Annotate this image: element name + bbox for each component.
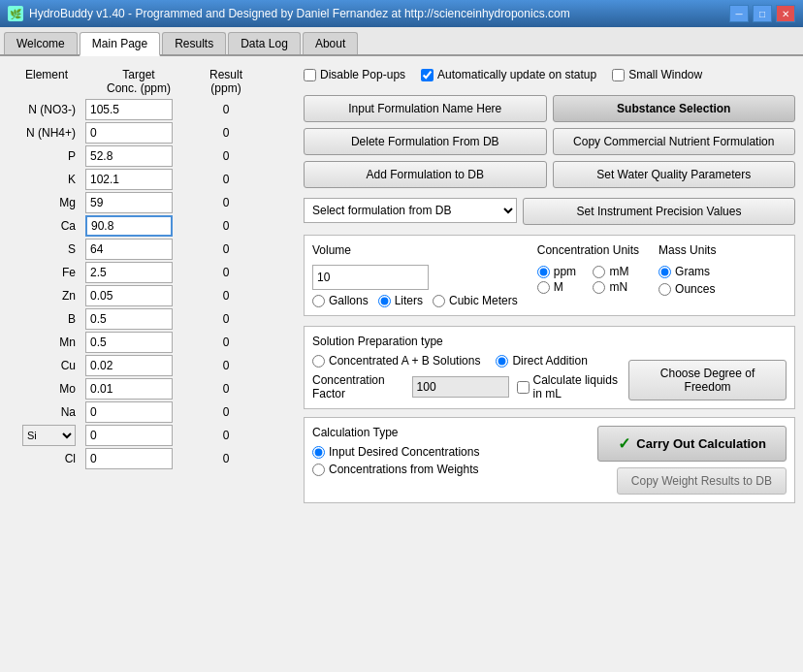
solution-prep-left: Solution Preparation type Concentrated A…: [312, 335, 628, 400]
delete-formulation-button[interactable]: Delete Formulation From DB: [304, 128, 547, 155]
concentration-label: Concentration Units: [537, 243, 639, 257]
conc-mn-label: mN: [609, 280, 627, 294]
element-result-mn: 0: [192, 336, 260, 349]
copy-commercial-button[interactable]: Copy Commercial Nutrient Formulation: [553, 128, 796, 155]
conc-mm-radio[interactable]: [593, 266, 605, 278]
concentration-factor-input[interactable]: [412, 376, 509, 398]
minimize-button[interactable]: ─: [729, 5, 749, 22]
element-label-b: B: [8, 312, 85, 326]
conc-m-radio[interactable]: [537, 281, 550, 294]
calc-weights-radio[interactable]: [312, 464, 325, 476]
volume-cubic-radio[interactable]: [433, 295, 445, 307]
calculation-type-title: Calculation Type: [312, 426, 479, 439]
prep-direct-option[interactable]: Direct Addition: [496, 354, 587, 368]
element-input-fe[interactable]: [85, 262, 173, 283]
element-input-si[interactable]: [85, 425, 173, 446]
conc-m-option[interactable]: M: [537, 280, 584, 294]
prep-direct-label: Direct Addition: [512, 354, 587, 368]
mass-ounces-radio[interactable]: [658, 283, 671, 296]
tab-bar: Welcome Main Page Results Data Log About: [0, 27, 803, 56]
concentration-options: ppm mM M mN: [537, 265, 639, 294]
volume-gallons-radio[interactable]: [312, 295, 325, 307]
calc-input-label: Input Desired Concentrations: [329, 445, 479, 459]
element-result-ca: 0: [192, 219, 260, 233]
calc-input-option[interactable]: Input Desired Concentrations: [312, 445, 479, 459]
volume-input[interactable]: [312, 265, 429, 290]
tab-results[interactable]: Results: [162, 32, 226, 54]
calc-weights-option[interactable]: Concentrations from Weights: [312, 463, 479, 476]
element-label-k: K: [8, 173, 85, 186]
copy-weight-results-button[interactable]: Copy Weight Results to DB: [617, 467, 787, 495]
conc-mn-radio[interactable]: [593, 281, 605, 294]
element-input-p[interactable]: [85, 145, 173, 167]
carry-out-calculation-button[interactable]: ✓ Carry Out Calculation: [597, 426, 787, 462]
units-section: Volume Gallons Liters Cubic Meters: [304, 235, 795, 316]
choose-freedom-button[interactable]: Choose Degree of Freedom: [628, 360, 787, 400]
disable-popups-option[interactable]: Disable Pop-ups: [304, 68, 405, 81]
tab-datalog[interactable]: Data Log: [228, 32, 301, 54]
calculate-liquids-checkbox[interactable]: [517, 381, 530, 394]
element-label-nh4: N (NH4+): [8, 126, 85, 140]
element-input-mo[interactable]: [85, 378, 173, 400]
calculate-liquids-option[interactable]: Calculate liquids in mL: [517, 373, 629, 400]
prep-direct-radio[interactable]: [496, 355, 508, 368]
element-label-si: Si Co: [8, 425, 85, 446]
element-label-cl: Cl: [8, 452, 85, 465]
disable-popups-checkbox[interactable]: [304, 69, 316, 81]
disable-popups-label: Disable Pop-ups: [320, 68, 405, 81]
maximize-button[interactable]: □: [753, 5, 772, 22]
set-water-quality-button[interactable]: Set Water Quality Parameters: [553, 161, 796, 188]
conc-mm-option[interactable]: mM: [593, 265, 639, 278]
element-input-no3[interactable]: [85, 99, 173, 120]
conc-ppm-option[interactable]: ppm: [537, 265, 584, 278]
auto-update-option[interactable]: Automatically update on statup: [421, 68, 596, 81]
table-row-si: Si Co 0: [8, 425, 288, 446]
element-input-cl[interactable]: [85, 448, 173, 469]
tab-welcome[interactable]: Welcome: [4, 32, 78, 54]
tab-main[interactable]: Main Page: [80, 32, 160, 56]
volume-liters-option[interactable]: Liters: [378, 294, 423, 307]
calc-right: ✓ Carry Out Calculation Copy Weight Resu…: [597, 426, 787, 495]
header-result: Result(ppm): [192, 68, 260, 95]
prep-ab-radio[interactable]: [312, 355, 325, 368]
volume-gallons-option[interactable]: Gallons: [312, 294, 369, 307]
close-button[interactable]: ✕: [776, 5, 795, 22]
element-input-b[interactable]: [85, 308, 173, 330]
concentration-group: Concentration Units ppm mM M: [537, 243, 639, 307]
checkmark-icon: ✓: [618, 434, 630, 453]
auto-update-checkbox[interactable]: [421, 69, 434, 81]
element-input-na[interactable]: [85, 401, 173, 423]
conc-mn-option[interactable]: mN: [593, 280, 639, 294]
add-formulation-button[interactable]: Add Formulation to DB: [304, 161, 547, 188]
app-title: HydroBuddy v1.40 - Programmed and Design…: [29, 7, 570, 20]
volume-liters-radio[interactable]: [378, 295, 391, 307]
element-input-mg[interactable]: [85, 192, 173, 213]
small-window-option[interactable]: Small Window: [612, 68, 702, 81]
small-window-checkbox[interactable]: [612, 69, 625, 81]
element-input-nh4[interactable]: [85, 122, 173, 144]
set-instrument-button[interactable]: Set Instrument Precision Values: [523, 198, 795, 225]
mass-grams-option[interactable]: Grams: [658, 265, 716, 278]
input-formulation-button[interactable]: Input Formulation Name Here: [304, 95, 547, 122]
table-row: S 0: [8, 239, 288, 260]
table-row: Cu 0: [8, 355, 288, 376]
element-input-zn[interactable]: [85, 285, 173, 306]
conc-ppm-radio[interactable]: [537, 266, 550, 278]
solution-prep-title: Solution Preparation type: [312, 335, 628, 348]
prep-ab-option[interactable]: Concentrated A + B Solutions: [312, 354, 480, 368]
element-input-s[interactable]: [85, 239, 173, 260]
element-label-mg: Mg: [8, 196, 85, 209]
mass-ounces-option[interactable]: Ounces: [658, 282, 716, 296]
element-input-ca[interactable]: [85, 215, 173, 237]
calc-input-radio[interactable]: [312, 446, 325, 459]
si-select[interactable]: Si Co: [22, 425, 76, 446]
element-result-p: 0: [192, 149, 260, 163]
tab-about[interactable]: About: [303, 32, 358, 54]
db-formulation-select[interactable]: Select formulation from DB: [304, 198, 517, 223]
element-input-cu[interactable]: [85, 355, 173, 376]
element-input-mn[interactable]: [85, 332, 173, 353]
volume-cubic-option[interactable]: Cubic Meters: [433, 294, 518, 307]
substance-selection-button[interactable]: Substance Selection: [553, 95, 796, 122]
mass-grams-radio[interactable]: [658, 266, 671, 278]
element-input-k[interactable]: [85, 169, 173, 190]
